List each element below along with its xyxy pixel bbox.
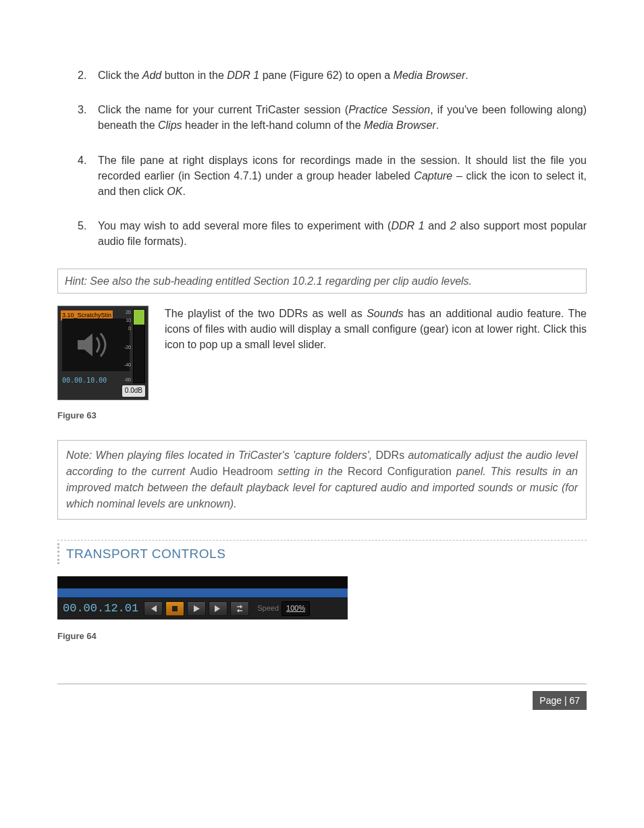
- figure-63-caption: Figure 63: [57, 410, 587, 422]
- hint-callout: Hint: See also the sub-heading entitled …: [57, 269, 587, 294]
- page-footer: Page | 67: [57, 684, 587, 710]
- transport-controls-figure: 00.00.12.01 Speed 100%: [57, 576, 348, 619]
- footer-rule: [57, 684, 587, 684]
- transport-timecode: 00.00.12.01: [63, 601, 138, 617]
- play-button[interactable]: [187, 601, 206, 616]
- hint-text: Hint: See also the sub-heading entitled …: [65, 275, 472, 287]
- speaker-wave-icon: [72, 328, 119, 362]
- speed-label: Speed: [257, 603, 279, 614]
- clip-db-badge[interactable]: 0.0dB: [122, 385, 145, 397]
- item-body: You may wish to add several more files t…: [98, 220, 587, 247]
- play-icon: [192, 605, 200, 613]
- list-item: 3. Click the name for your current TriCa…: [78, 102, 587, 133]
- item-body: Click the Add button in the DDR 1 pane (…: [98, 70, 468, 81]
- meter-tick: 10: [126, 318, 131, 323]
- transport-button-row: 00.00.12.01 Speed 100%: [57, 598, 348, 619]
- item-number: 5.: [78, 218, 86, 233]
- figure-63-row: 3.10_ScratchyStin 20 10 0 -20 -40 -60 00…: [57, 306, 587, 400]
- stop-icon: [171, 605, 178, 612]
- meter-tick: -20: [124, 345, 131, 350]
- meter-tick: 20: [126, 310, 131, 314]
- numbered-instruction-list: 2. Click the Add button in the DDR 1 pan…: [57, 67, 587, 250]
- meter-tick: -40: [124, 362, 131, 367]
- section-heading-wrap: TRANSPORT CONTROLS: [57, 540, 587, 565]
- speed-value[interactable]: 100%: [281, 601, 310, 616]
- clip-timecode: 00.00.10.00: [62, 376, 107, 386]
- audio-waveform-thumbnail: [62, 319, 130, 371]
- figure-64-caption: Figure 64: [57, 630, 587, 643]
- section-divider: [57, 540, 587, 541]
- audio-level-meter: 20 10 0 -20 -40 -60: [133, 309, 145, 383]
- section-heading: TRANSPORT CONTROLS: [57, 543, 587, 565]
- meter-tick: -60: [124, 377, 131, 382]
- list-item: 5. You may wish to add several more file…: [78, 218, 587, 249]
- skip-forward-icon: [213, 605, 223, 613]
- skip-back-icon: [149, 605, 158, 613]
- stop-button[interactable]: [165, 601, 184, 616]
- previous-button[interactable]: [144, 601, 163, 616]
- list-item: 4. The file pane at right displays icons…: [78, 153, 587, 200]
- loop-icon: [235, 605, 244, 613]
- item-body: The file pane at right displays icons fo…: [98, 155, 587, 197]
- item-body: Click the name for your current TriCaste…: [98, 104, 587, 131]
- svg-rect-0: [172, 606, 178, 611]
- next-button[interactable]: [209, 601, 227, 616]
- meter-tick: 0: [128, 326, 131, 331]
- item-number: 4.: [78, 153, 86, 168]
- item-number: 2.: [78, 67, 86, 83]
- loop-button[interactable]: [230, 601, 249, 616]
- transport-progress-bar[interactable]: [57, 588, 348, 598]
- note-callout: Note: When playing files located in TriC…: [57, 440, 587, 520]
- list-item: 2. Click the Add button in the DDR 1 pan…: [78, 67, 587, 83]
- figure-63-paragraph: The playlist of the two DDRs as well as …: [165, 306, 587, 353]
- item-number: 3.: [78, 102, 86, 117]
- transport-top-bar: [57, 576, 348, 588]
- figure-63-image: 3.10_ScratchyStin 20 10 0 -20 -40 -60 00…: [57, 306, 149, 400]
- page-number-badge: Page | 67: [533, 691, 587, 710]
